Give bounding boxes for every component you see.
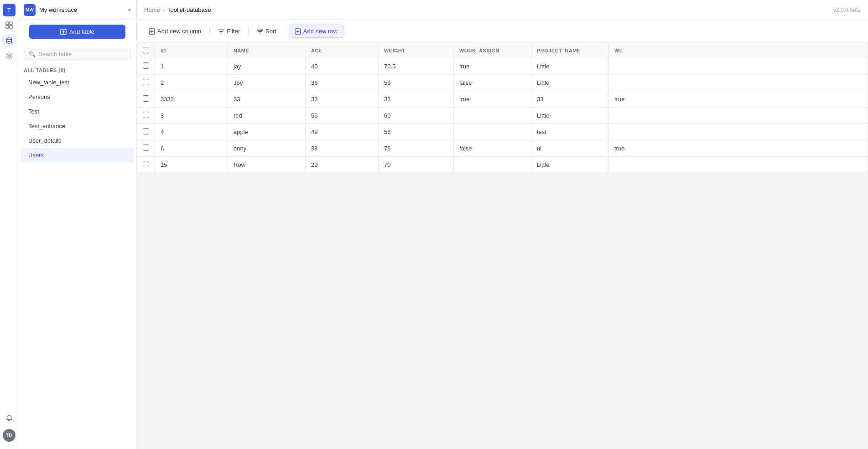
- settings-icon[interactable]: [2, 49, 16, 63]
- header-id[interactable]: ID: [155, 43, 228, 58]
- cell-work_assign[interactable]: [454, 157, 531, 173]
- cell-name[interactable]: Row: [228, 157, 306, 173]
- header-name[interactable]: NAME: [228, 43, 306, 58]
- cell-work_assign[interactable]: [454, 108, 531, 124]
- table-row: 15Row2970Little: [137, 157, 868, 173]
- add-column-button[interactable]: Add new column: [144, 25, 206, 37]
- row-checkbox[interactable]: [143, 161, 149, 167]
- sidebar-table-item[interactable]: Test: [21, 104, 134, 119]
- header-we[interactable]: WE: [609, 43, 868, 58]
- search-input[interactable]: [38, 51, 126, 57]
- user-avatar[interactable]: TD: [3, 429, 16, 442]
- search-wrapper: 🔍: [18, 48, 136, 65]
- cell-id[interactable]: 3333: [155, 91, 228, 108]
- cell-project_name[interactable]: ui: [531, 140, 609, 157]
- cell-project_name[interactable]: 33: [531, 91, 609, 108]
- cell-name[interactable]: jay: [228, 58, 306, 75]
- cell-name[interactable]: 33: [228, 91, 306, 108]
- cell-we[interactable]: [609, 124, 868, 140]
- cell-age[interactable]: 33: [306, 91, 379, 108]
- cell-age[interactable]: 40: [306, 58, 379, 75]
- cell-project_name[interactable]: Little: [531, 58, 609, 75]
- filter-button[interactable]: Filter: [213, 25, 244, 37]
- table-row: 4apple4956test: [137, 124, 868, 140]
- cell-name[interactable]: anny: [228, 140, 306, 157]
- cell-work_assign[interactable]: false: [454, 140, 531, 157]
- add-table-label: Add table: [69, 28, 94, 35]
- cell-weight[interactable]: 70.5: [379, 58, 454, 75]
- breadcrumb: Home › Tooljet-database: [144, 6, 211, 13]
- sort-button[interactable]: Sort: [252, 25, 281, 37]
- sidebar-table-item[interactable]: New_table_test: [21, 75, 134, 89]
- row-checkbox[interactable]: [143, 79, 149, 85]
- select-all-checkbox[interactable]: [143, 47, 149, 53]
- cell-name[interactable]: red: [228, 108, 306, 124]
- cell-project_name[interactable]: Little: [531, 108, 609, 124]
- cell-we[interactable]: [609, 75, 868, 91]
- cell-we[interactable]: [609, 157, 868, 173]
- cell-name[interactable]: Joy: [228, 75, 306, 91]
- header-project-name[interactable]: PROJECT_NAME: [531, 43, 609, 58]
- cell-weight[interactable]: 70: [379, 157, 454, 173]
- app-logo[interactable]: T: [3, 4, 16, 16]
- sidebar-table-item[interactable]: Test_enhance: [21, 119, 134, 133]
- header-work-assign[interactable]: WORK_ASSIGN: [454, 43, 531, 58]
- sidebar-table-item[interactable]: Persons: [21, 90, 134, 104]
- cell-weight[interactable]: 59: [379, 75, 454, 91]
- cell-we[interactable]: true: [609, 91, 868, 108]
- cell-name[interactable]: apple: [228, 124, 306, 140]
- cell-id[interactable]: 4: [155, 124, 228, 140]
- cell-work_assign[interactable]: true: [454, 91, 531, 108]
- bell-icon[interactable]: [2, 412, 16, 425]
- cell-work_assign[interactable]: [454, 124, 531, 140]
- cell-project_name[interactable]: test: [531, 124, 609, 140]
- cell-age[interactable]: 55: [306, 108, 379, 124]
- cell-age[interactable]: 36: [306, 75, 379, 91]
- cell-id[interactable]: 6: [155, 140, 228, 157]
- cell-work_assign[interactable]: false: [454, 75, 531, 91]
- workspace-header[interactable]: MW My workspace ▾: [18, 0, 136, 20]
- cell-id[interactable]: 1: [155, 58, 228, 75]
- cell-we[interactable]: [609, 108, 868, 124]
- cell-project_name[interactable]: Little: [531, 157, 609, 173]
- table-row: 1jay4070.5trueLittle: [137, 58, 868, 75]
- cell-weight[interactable]: 60: [379, 108, 454, 124]
- cell-id[interactable]: 3: [155, 108, 228, 124]
- toolbar: Add new column Filter Sort Add new row: [137, 20, 868, 43]
- breadcrumb-sep: ›: [163, 6, 165, 13]
- cell-id[interactable]: 2: [155, 75, 228, 91]
- add-table-button[interactable]: Add table: [29, 25, 125, 39]
- cell-id[interactable]: 15: [155, 157, 228, 173]
- sidebar-table-item[interactable]: User_details: [21, 134, 134, 148]
- add-column-label: Add new column: [157, 28, 201, 35]
- toolbar-separator-1: [209, 27, 210, 36]
- cell-weight[interactable]: 56: [379, 124, 454, 140]
- sidebar-table-item[interactable]: Users: [21, 148, 134, 162]
- cell-we[interactable]: [609, 58, 868, 75]
- svg-rect-0: [6, 22, 9, 25]
- cell-age[interactable]: 49: [306, 124, 379, 140]
- row-checkbox[interactable]: [143, 112, 149, 118]
- row-checkbox-cell: [137, 58, 155, 75]
- cell-weight[interactable]: 33: [379, 91, 454, 108]
- cell-project_name[interactable]: Little: [531, 75, 609, 91]
- cell-we[interactable]: true: [609, 140, 868, 157]
- svg-point-5: [8, 55, 10, 57]
- row-checkbox[interactable]: [143, 95, 149, 102]
- cell-weight[interactable]: 76: [379, 140, 454, 157]
- cell-work_assign[interactable]: true: [454, 58, 531, 75]
- cell-age[interactable]: 29: [306, 157, 379, 173]
- database-icon[interactable]: [2, 34, 16, 47]
- components-icon[interactable]: [2, 18, 16, 32]
- tables-label: ALL TABLES (8): [18, 65, 136, 75]
- row-checkbox[interactable]: [143, 145, 149, 151]
- search-input-wrap: 🔍: [24, 48, 131, 60]
- toolbar-separator-2: [248, 27, 249, 36]
- cell-age[interactable]: 38: [306, 140, 379, 157]
- add-row-button[interactable]: Add new row: [289, 25, 343, 38]
- row-checkbox[interactable]: [143, 128, 149, 134]
- row-checkbox[interactable]: [143, 62, 149, 69]
- header-weight[interactable]: WEIGHT: [379, 43, 454, 58]
- header-age[interactable]: AGE: [306, 43, 379, 58]
- breadcrumb-home[interactable]: Home: [144, 6, 160, 13]
